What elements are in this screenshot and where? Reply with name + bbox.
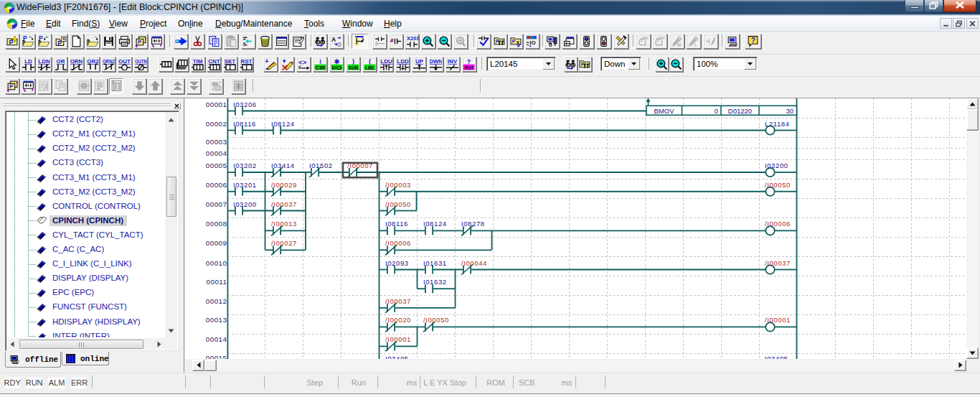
svg-text:/I00029: /I00029 [271,181,297,189]
svg-text:/I00001: /I00001 [765,316,791,324]
svg-text:00008: 00008 [206,220,227,228]
svg-text:P: P [57,39,62,46]
svg-text:TIM: TIM [193,58,203,65]
svg-text:X201: X201 [407,35,418,42]
svg-text:P: P [138,39,141,45]
svg-text:P: P [9,83,13,90]
svg-text:OUT: OUT [118,58,131,65]
svg-text:00012: 00012 [206,297,227,305]
svg-text:<>: <> [298,58,307,66]
svg-text:/I00001: /I00001 [385,335,411,343]
svg-text:00005: 00005 [206,162,227,169]
svg-text:CIR: CIR [315,64,325,70]
svg-text:00011: 00011 [206,278,227,286]
svg-text:00009: 00009 [206,239,227,247]
svg-text:L: L [694,42,697,47]
svg-text:B: B [337,40,341,47]
svg-text:UP: UP [415,58,424,65]
svg-text:W: W [677,42,681,47]
svg-text:/I00006: /I00006 [385,239,411,247]
svg-text:I08124: I08124 [423,220,447,228]
svg-text:I03414: I03414 [271,162,295,169]
svg-text:LBL: LBL [364,64,374,70]
svg-text:I03405: I03405 [765,355,788,359]
svg-text:I03202: I03202 [233,162,257,169]
svg-text:I03405: I03405 [385,355,409,359]
svg-text:IO: IO [529,39,535,45]
svg-text:/I00037: /I00037 [271,200,297,208]
svg-text:/I00020: /I00020 [385,316,411,324]
svg-text:P: P [512,38,515,43]
svg-text:RST: RST [240,58,252,65]
svg-text:I02093: I02093 [385,259,409,267]
svg-text:/I00037: /I00037 [765,259,791,267]
svg-text:/I00050: /I00050 [765,181,791,189]
svg-text:I03201: I03201 [233,181,257,189]
svg-text:D01220: D01220 [728,107,752,115]
svg-text:SUB: SUB [348,64,358,70]
svg-text:I03200: I03200 [233,200,257,208]
svg-text:/I00027: /I00027 [271,239,297,247]
svg-text:LD: LD [24,58,32,65]
svg-text:I01502: I01502 [309,162,333,169]
svg-text:OR2: OR2 [87,58,99,65]
svg-text:ORN: ORN [70,58,83,65]
svg-text:I08278: I08278 [461,220,485,228]
svg-text:00006: 00006 [206,181,227,189]
svg-text:00004: 00004 [206,149,227,157]
svg-text:I08116: I08116 [233,120,256,128]
svg-text:I03200: I03200 [765,162,788,169]
svg-text:/I00050: /I00050 [423,316,449,324]
svg-text:I01632: I01632 [423,278,447,286]
svg-text:00007: 00007 [206,200,227,208]
svg-text:INV: INV [448,58,458,65]
svg-text:CNT: CNT [208,58,220,65]
svg-text:00013: 00013 [206,316,227,324]
svg-text:X: X [516,39,519,45]
svg-text:DWN: DWN [430,58,442,65]
svg-text:00010: 00010 [206,259,227,267]
svg-text:I08124: I08124 [271,120,295,128]
svg-text:I/O: I/O [331,64,341,70]
svg-text:00015: 00015 [206,354,227,359]
svg-text:BMOV: BMOV [654,107,675,115]
svg-text:30: 30 [786,107,793,115]
svg-text:/I00003: /I00003 [385,181,411,189]
svg-text:ORN2: ORN2 [103,58,115,65]
svg-text:L21184: L21184 [765,120,790,128]
svg-text:Ref: Ref [465,64,473,70]
svg-text:SET: SET [225,58,236,65]
svg-text:I01631: I01631 [423,259,447,267]
svg-text:LDU: LDU [380,58,392,65]
svg-text:LDD: LDD [397,58,409,65]
svg-text:00002: 00002 [206,120,227,128]
svg-text:A: A [331,35,336,42]
svg-text:OUTN: OUTN [135,58,147,65]
svg-text:/I00044: /I00044 [461,259,487,267]
svg-text:I03206: I03206 [233,101,257,108]
svg-text:LDN: LDN [39,58,51,65]
svg-text:00003: 00003 [206,138,227,146]
svg-text:0: 0 [715,107,718,115]
svg-text:P: P [9,39,13,46]
svg-text:/I00013: /I00013 [271,220,297,228]
svg-text:OR: OR [56,58,65,65]
svg-text:?: ? [751,37,755,45]
svg-text:00014: 00014 [206,335,227,343]
svg-text:/I00006: /I00006 [765,220,791,228]
svg-text:I08116: I08116 [385,220,408,228]
svg-text:/I00037: /I00037 [385,297,411,305]
svg-text:00001: 00001 [206,101,227,108]
svg-text:/I00050: /I00050 [385,200,411,208]
